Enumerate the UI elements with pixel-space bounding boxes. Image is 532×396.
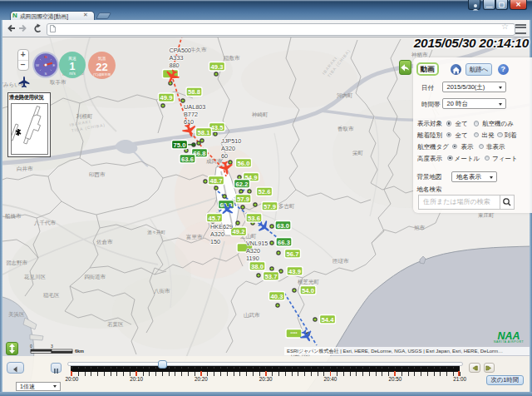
svg-text:S: S xyxy=(44,72,47,76)
svg-text:75.0: 75.0 xyxy=(174,141,186,149)
svg-text:54.0: 54.0 xyxy=(302,287,314,295)
svg-text:河内町: 河内町 xyxy=(337,92,353,99)
svg-text:58.8: 58.8 xyxy=(188,88,200,96)
svg-text:63.0: 63.0 xyxy=(277,222,289,230)
svg-text:6km: 6km xyxy=(75,349,84,354)
svg-text:JJP510: JJP510 xyxy=(221,137,241,145)
svg-text:稲敷市: 稲敷市 xyxy=(224,55,240,62)
svg-text:1190: 1190 xyxy=(246,255,259,262)
svg-text:W: W xyxy=(36,63,39,67)
svg-text:N: N xyxy=(44,55,47,59)
svg-text:3: 3 xyxy=(51,344,53,349)
svg-text:49.3: 49.3 xyxy=(211,63,224,71)
svg-text:54.4: 54.4 xyxy=(322,316,335,324)
svg-text:取手市: 取手市 xyxy=(50,79,66,85)
svg-text:多古町: 多古町 xyxy=(278,203,295,210)
svg-text:印西市: 印西市 xyxy=(89,171,106,177)
svg-text:49.9: 49.9 xyxy=(160,94,173,101)
svg-text:栄町: 栄町 xyxy=(352,150,364,156)
svg-text:40.3: 40.3 xyxy=(271,293,283,300)
svg-text:香取市: 香取市 xyxy=(337,126,354,132)
svg-text:利根町: 利根町 xyxy=(76,113,93,119)
svg-text:A333: A333 xyxy=(170,54,184,62)
svg-text:船橋市: 船橋市 xyxy=(4,213,22,220)
svg-text:57.9: 57.9 xyxy=(264,203,276,210)
svg-text:VNL915: VNL915 xyxy=(246,240,268,247)
svg-text:58.1: 58.1 xyxy=(198,129,211,136)
svg-text:66.3: 66.3 xyxy=(278,239,290,246)
svg-text:牛久市: 牛久市 xyxy=(190,47,207,52)
svg-text:旭市: 旭市 xyxy=(414,225,426,230)
svg-text:●●●●: ●●●● xyxy=(290,331,297,334)
svg-text:22: 22 xyxy=(96,60,107,72)
svg-text:HKE629: HKE629 xyxy=(210,223,233,230)
svg-text:佐倉市: 佐倉市 xyxy=(96,239,113,245)
svg-text:神崎町: 神崎町 xyxy=(252,111,268,117)
svg-text:56.0: 56.0 xyxy=(238,160,250,167)
svg-text:53.6: 53.6 xyxy=(248,215,260,222)
svg-text:習志野市: 習志野市 xyxy=(6,260,28,266)
svg-text:稲毛区: 稲毛区 xyxy=(43,292,60,298)
svg-text:八街市: 八街市 xyxy=(154,288,170,295)
svg-text:B772: B772 xyxy=(184,111,198,118)
svg-text:(℃)成田市測: (℃)成田市測 xyxy=(93,72,111,77)
svg-text:四街道市: 四街道市 xyxy=(84,274,106,280)
svg-text:48.7: 48.7 xyxy=(210,177,223,185)
svg-text:山武市: 山武市 xyxy=(244,312,260,318)
svg-text:60: 60 xyxy=(221,152,228,160)
svg-text:UAL803: UAL803 xyxy=(184,103,205,111)
svg-text:43.5: 43.5 xyxy=(211,124,224,131)
svg-text:43.9: 43.9 xyxy=(288,268,301,275)
svg-text:A320: A320 xyxy=(221,145,235,152)
svg-text:E: E xyxy=(52,63,55,67)
svg-text:八千代市: 八千代市 xyxy=(34,220,57,226)
svg-text:53.7: 53.7 xyxy=(265,273,278,280)
svg-text:57.9: 57.9 xyxy=(237,196,249,203)
svg-text:38.0: 38.0 xyxy=(251,263,264,270)
svg-text:東庄町: 東庄町 xyxy=(478,212,495,218)
svg-text:美浜区: 美浜区 xyxy=(8,311,25,318)
svg-text:A320: A320 xyxy=(210,230,224,238)
svg-text:45.7: 45.7 xyxy=(209,215,221,222)
svg-text:1: 1 xyxy=(70,61,76,72)
svg-text:A320: A320 xyxy=(246,247,260,255)
svg-text:匝瑳市: 匝瑳市 xyxy=(332,258,349,265)
svg-text:880: 880 xyxy=(170,62,180,69)
svg-text:若葉区: 若葉区 xyxy=(107,321,124,328)
svg-text:富里市: 富里市 xyxy=(186,234,203,240)
svg-text:56.7: 56.7 xyxy=(287,250,299,258)
svg-text:m/s: m/s xyxy=(69,72,76,76)
svg-text:酒々井町: 酒々井町 xyxy=(147,230,166,235)
svg-text:横芝光町: 横芝光町 xyxy=(298,279,320,285)
svg-text:白井市: 白井市 xyxy=(17,166,33,172)
svg-text:52.6: 52.6 xyxy=(259,188,271,196)
svg-text:0: 0 xyxy=(30,344,32,349)
svg-text:63.6: 63.6 xyxy=(181,156,194,163)
svg-text:CPA500: CPA500 xyxy=(170,47,192,54)
svg-text:49.2: 49.2 xyxy=(233,228,245,235)
svg-text:150: 150 xyxy=(210,238,220,245)
svg-text:花見川区: 花見川区 xyxy=(23,274,47,280)
svg-text:62.2: 62.2 xyxy=(236,181,249,188)
